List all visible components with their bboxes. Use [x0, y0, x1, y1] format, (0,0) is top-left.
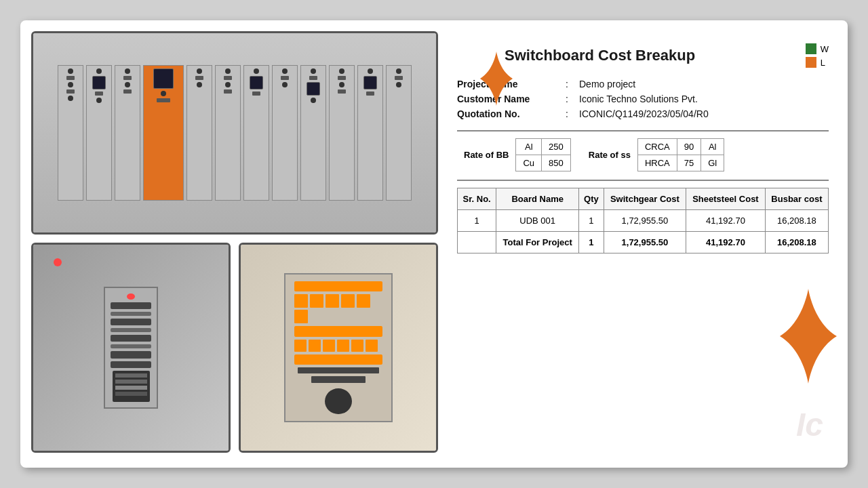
quotation-label: Quotation No. — [457, 108, 566, 119]
watermark: Ic — [796, 406, 823, 443]
rate-ss-table: Rate of ss CRCA 90 Al HRCA 75 Gl — [582, 138, 724, 171]
col-sheetsteel: Sheetsteel Cost — [686, 188, 766, 210]
project-name-value: Demo project — [579, 79, 635, 89]
legend-label-l: L — [821, 58, 825, 68]
total-busbar: 16,208.18 — [765, 232, 828, 253]
legend-item-l: L — [806, 57, 829, 68]
rate-bb-al-type: Al — [516, 139, 542, 155]
switchboard-image-top — [31, 31, 438, 235]
quotation-value: ICONIC/Q1149/2023/05/04/R0 — [579, 108, 709, 119]
col-switchgear: Switchgear Cost — [604, 188, 686, 210]
total-label: Total For Project — [496, 232, 579, 253]
col-busbar: Busbar cost — [765, 188, 828, 210]
rate-bb-cu-type: Cu — [516, 155, 542, 171]
left-panel — [31, 31, 438, 457]
star-decoration-center — [761, 289, 837, 384]
rate-bb-cu-value: 850 — [542, 155, 571, 171]
customer-name-value: Iconic Techno Solutions Pvt. — [579, 94, 698, 104]
total-qty: 1 — [579, 232, 604, 253]
cost-table: Sr. No. Board Name Qty Switchgear Cost S… — [457, 188, 829, 253]
total-sheetsteel: 41,192.70 — [686, 232, 766, 253]
cabinet-image-left — [31, 243, 231, 453]
total-row: Total For Project 1 1,72,955.50 41,192.7… — [458, 232, 829, 253]
row1-switchgear: 1,72,955.50 — [604, 210, 686, 232]
total-switchgear: 1,72,955.50 — [604, 232, 686, 253]
rate-ss-crca-type: CRCA — [637, 139, 677, 155]
row1-sr: 1 — [458, 210, 496, 232]
legend-area: W L — [806, 43, 829, 68]
divider-2 — [457, 180, 829, 181]
rate-ss-hrca-value: 75 — [677, 155, 701, 171]
cabinet-image-right — [239, 243, 438, 453]
rate-bb-table: Rate of BB Al 250 Cu 850 — [457, 138, 571, 171]
legend-color-orange — [806, 57, 816, 68]
row1-qty: 1 — [579, 210, 604, 232]
col-qty: Qty — [579, 188, 604, 210]
row1-busbar: 16,208.18 — [765, 210, 828, 232]
rates-section: Rate of BB Al 250 Cu 850 Rate of ss CRCA… — [457, 138, 829, 171]
bottom-row — [31, 243, 438, 453]
star-decoration-topleft — [469, 52, 524, 106]
customer-name-colon: : — [566, 94, 579, 104]
col-board: Board Name — [496, 188, 579, 210]
col-sr: Sr. No. — [458, 188, 496, 210]
project-name-colon: : — [566, 79, 579, 89]
total-empty — [458, 232, 496, 253]
legend-item-w: W — [806, 43, 829, 54]
rate-ss-hrca-type: HRCA — [637, 155, 677, 171]
legend-color-green — [806, 43, 816, 54]
main-container: Switchboard Cost Breakup W L Project Nam… — [20, 20, 848, 468]
page-title: Switchboard Cost Breakup — [505, 47, 695, 64]
rate-ss-label: Rate of ss — [582, 139, 638, 171]
table-row: 1 UDB 001 1 1,72,955.50 41,192.70 16,208… — [458, 210, 829, 232]
rate-bb-label: Rate of BB — [457, 139, 516, 171]
rate-ss-hrca-extra: Gl — [701, 155, 724, 171]
divider-1 — [457, 130, 829, 131]
quotation-colon: : — [566, 108, 579, 119]
info-row-quotation: Quotation No. : ICONIC/Q1149/2023/05/04/… — [457, 108, 829, 119]
rate-bb-al-value: 250 — [542, 139, 571, 155]
rate-ss-crca-extra: Al — [701, 139, 724, 155]
row1-sheetsteel: 41,192.70 — [686, 210, 766, 232]
right-panel: Switchboard Cost Breakup W L Project Nam… — [449, 31, 837, 457]
legend-label-w: W — [821, 44, 829, 54]
row1-board: UDB 001 — [496, 210, 579, 232]
rate-ss-crca-value: 90 — [677, 139, 701, 155]
